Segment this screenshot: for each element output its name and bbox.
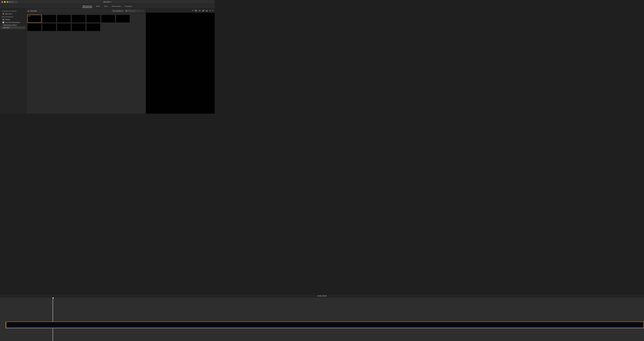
video-thumb-8[interactable] xyxy=(27,23,42,31)
video-grid: 0:01 xyxy=(26,14,146,114)
share-button[interactable]: ↓ xyxy=(15,1,18,3)
video-row-2 xyxy=(27,23,145,31)
close-button[interactable] xyxy=(2,1,3,3)
photos-label: Photos xyxy=(5,19,10,21)
loop-icon[interactable]: ↻ xyxy=(210,10,211,12)
video-thumb-11[interactable] xyxy=(72,23,86,31)
chevron-down-icon: ▾ xyxy=(2,24,2,26)
video-thumb-6[interactable] xyxy=(101,15,115,23)
titlebar-buttons: ◀ Projets ⊞ ↓ xyxy=(8,1,18,3)
info-icon[interactable]: ℹ xyxy=(212,10,213,12)
tab-arriere-plans[interactable]: Arrière-plans xyxy=(111,5,121,8)
topnav: Mes données Audio Titres Arrière-plans T… xyxy=(0,4,215,9)
video-thumb-3[interactable] xyxy=(57,15,71,23)
video-row-1: 0:01 xyxy=(27,15,145,23)
thumb-label-1: 0:01 xyxy=(28,15,31,17)
tab-titres[interactable]: Titres xyxy=(104,5,108,8)
filter-dropdown[interactable]: Tous les plans ▾ xyxy=(112,10,124,12)
video-thumb-9[interactable] xyxy=(42,23,56,31)
refresh-icon[interactable]: ↻ xyxy=(143,10,144,12)
clip-button[interactable]: ⊞ xyxy=(11,1,14,3)
back-projects-button[interactable]: ◀ Projets xyxy=(8,1,11,3)
film-icon: 🎬 xyxy=(2,13,4,15)
section-project-title: Données du projet xyxy=(0,10,26,13)
sidebar-item-mon-film[interactable]: Mon film xyxy=(0,26,26,29)
content-area: ⊞ Mon film Tous les plans ▾ 🔍 ↻ 0:01 xyxy=(26,9,146,114)
tab-transitions[interactable]: Transitions xyxy=(124,5,132,8)
speaker-down-icon[interactable]: 🔉 xyxy=(206,10,208,12)
tab-mes-donnees[interactable]: Mes données xyxy=(82,5,92,8)
section-libraries-title: Bibliothèques xyxy=(0,15,26,18)
content-title: Mon film xyxy=(30,10,110,12)
sidebar-item-imovie-library[interactable]: ▾ Bibliothèque iMovie xyxy=(0,24,26,26)
video-thumb-1[interactable]: 0:01 xyxy=(27,15,42,23)
filter-label: Tous les plans xyxy=(112,10,122,12)
search-input[interactable] xyxy=(128,10,141,12)
events-icon: 📅 xyxy=(2,22,4,23)
speaker-icon[interactable]: 🔊 xyxy=(202,10,204,12)
sidebar-item-project[interactable]: 🎬 Mon film 1 xyxy=(0,13,26,15)
preview-toolbar: ✦ 📷 🎥 🔊 🔉 ↻ ℹ xyxy=(146,9,214,13)
video-thumb-10[interactable] xyxy=(57,23,71,31)
search-icon: 🔍 xyxy=(126,10,128,12)
tab-audio[interactable]: Audio xyxy=(96,5,100,8)
content-header: ⊞ Mon film Tous les plans ▾ 🔍 ↻ xyxy=(26,9,146,14)
cursor-icon[interactable]: ✦ xyxy=(192,10,193,12)
camera-icon[interactable]: 📷 xyxy=(195,10,197,12)
grid-view-icon[interactable]: ⊞ xyxy=(28,10,29,12)
search-box: 🔍 xyxy=(125,10,142,12)
video-cam-icon[interactable]: 🎥 xyxy=(198,10,201,12)
titlebar: ◀ Projets ⊞ ↓ Mon film 1 xyxy=(0,0,215,4)
sidebar: Données du projet 🎬 Mon film 1 Bibliothè… xyxy=(0,9,26,114)
video-thumb-5[interactable] xyxy=(86,15,100,23)
photos-icon: 📷 xyxy=(2,19,4,21)
preview-video xyxy=(146,13,214,114)
imovie-library-label: Bibliothèque iMovie xyxy=(3,24,17,26)
filter-chevron-icon: ▾ xyxy=(122,10,123,12)
mon-film-label: Mon film xyxy=(4,27,9,29)
video-thumb-7[interactable] xyxy=(116,15,130,23)
window-title: Mon film 1 xyxy=(104,1,111,3)
sidebar-item-photos[interactable]: 📷 Photos xyxy=(0,18,26,21)
video-thumb-12[interactable] xyxy=(86,23,100,31)
video-thumb-4[interactable] xyxy=(72,15,86,23)
preview-panel: ✦ 📷 🎥 🔊 🔉 ↻ ℹ 🎤 ⏮ ▶ ⏭ xyxy=(146,9,214,114)
events-label: Tous les événements xyxy=(5,22,20,23)
video-thumb-2[interactable] xyxy=(42,15,56,23)
project-label: Mon film 1 xyxy=(5,13,12,15)
main-layout: Données du projet 🎬 Mon film 1 Bibliothè… xyxy=(0,9,215,114)
sidebar-item-all-events[interactable]: 📅 Tous les événements xyxy=(0,21,26,24)
minimize-button[interactable] xyxy=(4,1,6,3)
